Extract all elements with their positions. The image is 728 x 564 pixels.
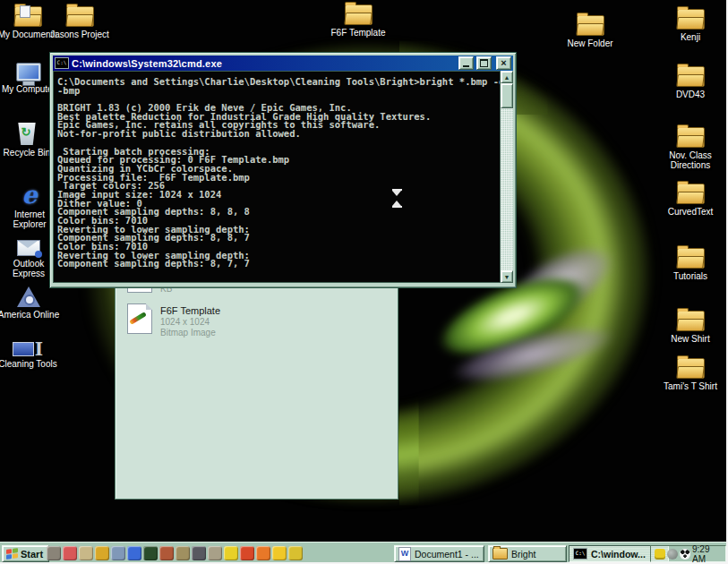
- taskbar-button-label: Bright: [511, 549, 535, 560]
- word-document-icon: [398, 547, 411, 561]
- quicklaunch-icon-4[interactable]: [95, 546, 109, 560]
- quicklaunch-icon-14[interactable]: [256, 546, 270, 560]
- windows-logo-icon: [6, 548, 18, 560]
- scrollbar-thumb[interactable]: [501, 83, 513, 108]
- close-icon: [501, 58, 506, 68]
- icon-label: Jasons Project: [50, 30, 109, 39]
- folder-icon: [677, 311, 705, 331]
- desktop-icon-cleaning-tools[interactable]: Cleaning Tools: [1, 332, 55, 369]
- scroll-down-button[interactable]: [501, 270, 513, 283]
- console-line: Not-for-profit public distribution allow…: [57, 130, 500, 139]
- folder-icon: [677, 9, 705, 30]
- folder-icon: [677, 127, 705, 148]
- hand-tray-icon[interactable]: [655, 549, 665, 560]
- folder-icon: [492, 548, 508, 560]
- folder-icon: [677, 248, 705, 269]
- system-tray: 9:29 AM: [650, 545, 726, 562]
- quicklaunch-icon-11[interactable]: [208, 546, 222, 560]
- desktop-icon-dvd43[interactable]: DVD43: [663, 63, 718, 99]
- desktop-icon-internet-explorer[interactable]: Internet Explorer: [4, 183, 55, 229]
- folder-icon: [345, 4, 373, 25]
- icon-label: Outlook Express: [3, 259, 55, 278]
- quicklaunch-icon-1[interactable]: [47, 546, 61, 560]
- desktop-icon-my-computer[interactable]: My Computer: [3, 57, 55, 94]
- start-label: Start: [21, 549, 43, 560]
- panda-tray-icon[interactable]: [680, 549, 690, 560]
- taskbar-button-label: C:\window...: [591, 549, 646, 560]
- quicklaunch-icon-13[interactable]: [240, 546, 254, 560]
- maximize-icon: [480, 59, 488, 67]
- icon-label: New Shirt: [671, 334, 709, 344]
- bitmap-file-icon: [127, 303, 152, 334]
- cmd-window: C:\windows\System32\cmd.exe C:\Documents…: [49, 52, 517, 288]
- desktop-icon-nov-class-directions[interactable]: Nov. Class Directions: [663, 124, 718, 170]
- minimize-button[interactable]: [458, 56, 474, 70]
- quicklaunch-icon-16[interactable]: [288, 546, 303, 560]
- start-button[interactable]: Start: [2, 545, 49, 562]
- taskbar-button-document1[interactable]: Document1 - ...: [394, 545, 484, 562]
- taskbar-button-label: Document1 - ...: [415, 549, 479, 560]
- vertical-scrollbar[interactable]: [501, 71, 513, 283]
- desktop-icon-curvedtext[interactable]: CurvedText: [663, 180, 718, 217]
- folder-icon: [677, 66, 705, 87]
- window-title: C:\windows\System32\cmd.exe: [72, 58, 456, 69]
- desktop-icon-tutorials[interactable]: Tutorials: [663, 244, 718, 281]
- aol-triangle-icon: [17, 286, 40, 307]
- icon-label: America Online: [0, 310, 59, 320]
- desktop-icon-new-folder[interactable]: New Folder: [562, 12, 618, 48]
- desktop: My Documents Jasons Project F6F Template…: [0, 0, 728, 564]
- icon-label: Tutorials: [673, 271, 707, 281]
- quicklaunch-icon-7[interactable]: [143, 546, 158, 560]
- close-button[interactable]: [496, 56, 511, 70]
- icon-label: Internet Explorer: [4, 209, 55, 229]
- icon-label: My Documents: [0, 30, 57, 39]
- icon-label: Nov. Class Directions: [663, 150, 718, 170]
- console-line: Component sampling depths: 8, 7, 7: [57, 260, 500, 269]
- recycle-bin-icon: [18, 123, 37, 145]
- file-dimensions: 1024 x 1024: [160, 317, 210, 327]
- clock[interactable]: 9:29 AM: [692, 544, 722, 564]
- file-name: F6F Template: [160, 305, 220, 316]
- folder-documents-icon: [14, 6, 42, 27]
- volume-tray-icon[interactable]: [667, 549, 678, 560]
- minimize-icon: [463, 65, 469, 67]
- desktop-icon-tamis-t-shirt[interactable]: Tami's T Shirt: [663, 355, 718, 391]
- hourglass-cursor: [392, 189, 402, 208]
- quicklaunch-icon-12[interactable]: [224, 546, 238, 560]
- cmd-app-icon: [573, 548, 587, 560]
- cmd-app-icon: [55, 57, 69, 69]
- taskbar: Start Document1 - ... Bright: [0, 542, 728, 564]
- quicklaunch-icon-8[interactable]: [159, 546, 174, 560]
- maximize-button[interactable]: [476, 56, 492, 70]
- folder-icon: [677, 184, 705, 204]
- scrollbar-track[interactable]: [501, 108, 513, 270]
- file-type: Bitmap Image: [160, 328, 216, 338]
- quicklaunch-icon-6[interactable]: [127, 546, 141, 560]
- icon-label: DVD43: [676, 90, 705, 99]
- cmd-title-bar[interactable]: C:\windows\System32\cmd.exe: [53, 56, 513, 71]
- quicklaunch-icon-10[interactable]: [192, 546, 206, 560]
- folder-icon: [677, 358, 705, 379]
- desktop-icon-kenji[interactable]: Kenji: [663, 5, 718, 42]
- wallpaper-swirl-lavender-lower: [425, 304, 642, 404]
- cleaning-tools-icon: [13, 342, 34, 356]
- console-line: C:\Documents and Settings\Charlie\Deskto…: [57, 78, 500, 87]
- desktop-icon-recycle-bin[interactable]: Recycle Bin: [1, 121, 53, 158]
- quicklaunch-icon-9[interactable]: [176, 546, 190, 560]
- quicklaunch-icon-2[interactable]: [63, 546, 77, 560]
- taskbar-button-bright[interactable]: Bright: [488, 545, 567, 562]
- desktop-icon-outlook-express[interactable]: Outlook Express: [3, 232, 55, 278]
- quicklaunch-icon-3[interactable]: [79, 546, 93, 560]
- quicklaunch-icon-15[interactable]: [272, 546, 287, 560]
- icon-label: Kenji: [681, 32, 700, 42]
- desktop-icon-jasons-project[interactable]: Jasons Project: [54, 3, 106, 39]
- quicklaunch-icon-5[interactable]: [111, 546, 125, 560]
- desktop-icon-my-documents[interactable]: My Documents: [2, 3, 54, 39]
- desktop-icon-america-online[interactable]: America Online: [1, 283, 56, 320]
- icon-label: F6F Template: [331, 28, 386, 38]
- desktop-icon-f6f-template[interactable]: F6F Template: [330, 1, 387, 38]
- desktop-icon-new-shirt[interactable]: New Shirt: [663, 307, 718, 344]
- computer-icon: [16, 63, 41, 81]
- scroll-up-button[interactable]: [501, 71, 513, 83]
- icon-label: Tami's T Shirt: [664, 381, 717, 391]
